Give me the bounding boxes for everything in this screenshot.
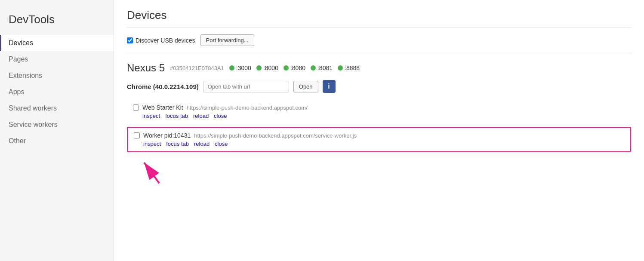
sidebar-item-label: Service workers (9, 121, 58, 128)
sidebar-item-apps[interactable]: Apps (0, 84, 114, 100)
chrome-row: Chrome (40.0.2214.109) Open i (127, 80, 631, 93)
device-name-row: Nexus 5 #03504121E07843A1 :3000 :8000 :8… (127, 62, 631, 74)
tab-actions-worker-pid: inspect focus tab reload close (134, 141, 624, 147)
info-icon[interactable]: i (323, 80, 336, 93)
green-dot-icon (283, 65, 289, 71)
port-8081: :8081 (311, 64, 333, 71)
green-dot-icon (229, 65, 234, 71)
green-dot-icon (256, 65, 262, 71)
inspect-link-web-starter-kit[interactable]: inspect (142, 113, 160, 119)
inspect-link-worker-pid[interactable]: inspect (143, 141, 161, 147)
port-8081-label: :8081 (317, 64, 333, 71)
port-8888-label: :8888 (345, 64, 360, 71)
port-8000-label: :8000 (263, 64, 278, 71)
reload-link-web-starter-kit[interactable]: reload (193, 113, 209, 119)
toolbar-row: Discover USB devices Port forwarding... (127, 34, 631, 53)
info-icon-label: i (328, 83, 330, 90)
tab-url-web-starter-kit: https://simple-push-demo-backend.appspot… (187, 104, 308, 111)
main-content: Devices Discover USB devices Port forwar… (114, 0, 644, 261)
open-button[interactable]: Open (293, 81, 318, 92)
port-8080-label: :8080 (290, 64, 305, 71)
tab-actions-web-starter-kit: inspect focus tab reload close (133, 113, 625, 119)
tab-checkbox-web-starter-kit[interactable] (133, 104, 139, 111)
port-8000: :8000 (256, 64, 278, 71)
discover-usb-text: Discover USB devices (136, 37, 195, 44)
arrow-annotation (127, 154, 631, 180)
port-8080: :8080 (283, 64, 305, 71)
tab-url-worker-pid: https://simple-push-demo-backend.appspot… (194, 132, 357, 139)
device-id: #03504121E07843A1 (170, 65, 224, 71)
port-3000-label: :3000 (236, 64, 251, 71)
sidebar-item-label: Shared workers (9, 104, 57, 112)
reload-link-worker-pid[interactable]: reload (194, 141, 210, 147)
sidebar-item-label: Devices (9, 39, 33, 46)
focus-tab-link-web-starter-kit[interactable]: focus tab (165, 113, 188, 119)
sidebar-item-label: Other (9, 137, 26, 144)
sidebar-item-shared-workers[interactable]: Shared workers (0, 100, 114, 117)
sidebar-item-service-workers[interactable]: Service workers (0, 117, 114, 133)
focus-tab-link-worker-pid[interactable]: focus tab (166, 141, 189, 147)
tab-entry-worker-pid: Worker pid:10431 https://simple-push-dem… (127, 127, 631, 152)
tab-row1-worker: Worker pid:10431 https://simple-push-dem… (134, 132, 624, 139)
sidebar-item-label: Pages (9, 55, 28, 63)
sidebar-item-other[interactable]: Other (0, 133, 114, 149)
close-link-worker-pid[interactable]: close (215, 141, 228, 147)
tab-entry-web-starter-kit: Web Starter Kit https://simple-push-demo… (127, 100, 631, 123)
port-forwarding-button[interactable]: Port forwarding... (200, 34, 254, 46)
chrome-label: Chrome (40.0.2214.109) (127, 83, 199, 90)
port-8888: :8888 (338, 64, 360, 71)
port-3000: :3000 (229, 64, 251, 71)
tab-checkbox-worker-pid[interactable] (134, 132, 140, 138)
page-title: Devices (127, 9, 631, 28)
sidebar-item-extensions[interactable]: Extensions (0, 68, 114, 84)
green-dot-icon (338, 65, 343, 71)
sidebar-item-devices[interactable]: Devices (0, 35, 114, 51)
device-name: Nexus 5 (127, 62, 165, 74)
close-link-web-starter-kit[interactable]: close (214, 113, 227, 119)
sidebar-item-label: Apps (9, 88, 24, 95)
discover-usb-label[interactable]: Discover USB devices (127, 37, 195, 44)
green-dot-icon (311, 65, 316, 71)
sidebar: DevTools Devices Pages Extensions Apps S… (0, 0, 114, 261)
app-title: DevTools (0, 9, 114, 35)
tab-row1: Web Starter Kit https://simple-push-demo… (133, 104, 625, 111)
tab-title-web-starter-kit: Web Starter Kit (142, 104, 183, 111)
svg-line-1 (144, 163, 159, 183)
tab-title-worker-pid: Worker pid:10431 (143, 132, 191, 139)
sidebar-item-pages[interactable]: Pages (0, 51, 114, 68)
arrow-svg-icon (136, 154, 170, 184)
discover-usb-checkbox[interactable] (127, 37, 133, 43)
open-tab-url-input[interactable] (203, 81, 289, 92)
sidebar-item-label: Extensions (9, 72, 42, 79)
